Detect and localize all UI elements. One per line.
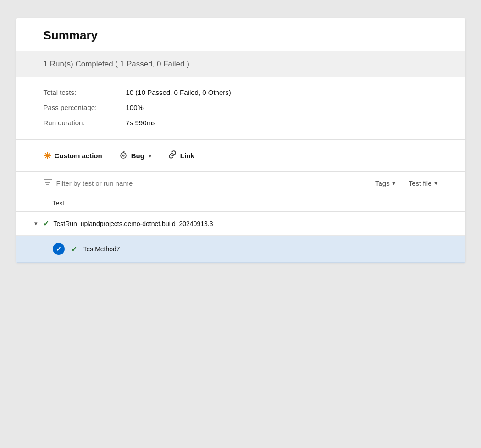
test-file-filter-button[interactable]: Test file ▾ — [409, 179, 438, 187]
svg-text:!: ! — [122, 152, 124, 157]
total-tests-label: Total tests: — [44, 88, 126, 96]
main-container: Summary 1 Run(s) Completed ( 1 Passed, 0… — [16, 18, 465, 263]
filter-icon — [44, 178, 52, 188]
link-icon — [168, 150, 177, 161]
filter-input[interactable] — [56, 179, 375, 187]
link-button[interactable]: Link — [168, 148, 194, 163]
page-title: Summary — [44, 28, 98, 42]
run-duration-row: Run duration: 7s 990ms — [44, 119, 438, 127]
test-file-label: Test file — [409, 179, 432, 187]
stats-section: Total tests: 10 (10 Passed, 0 Failed, 0 … — [16, 77, 465, 140]
runs-banner: 1 Run(s) Completed ( 1 Passed, 0 Failed … — [16, 51, 465, 77]
test-run-name: TestRun_uplandprojects.demo-dotnet.build… — [54, 220, 213, 227]
custom-action-button[interactable]: ✳ Custom action — [44, 149, 102, 162]
tags-chevron-icon: ▾ — [392, 179, 396, 187]
summary-header: Summary — [16, 18, 465, 51]
test-method-name: TestMethod7 — [83, 245, 120, 253]
total-tests-value: 10 (10 Passed, 0 Failed, 0 Others) — [126, 88, 231, 96]
run-duration-label: Run duration: — [44, 119, 126, 127]
filter-bar: Tags ▾ Test file ▾ — [16, 172, 465, 194]
bug-chevron-icon: ▾ — [149, 153, 151, 159]
tags-filter-button[interactable]: Tags ▾ — [375, 179, 396, 187]
collapse-chevron-icon[interactable]: ▾ — [34, 220, 38, 227]
column-test-header: Test — [53, 199, 65, 207]
table-header: Test — [16, 194, 465, 212]
custom-action-label: Custom action — [55, 152, 102, 160]
selected-check-icon: ✓ — [56, 245, 61, 253]
test-method-row[interactable]: ✓ ✓ TestMethod7 — [16, 236, 465, 263]
actions-toolbar: ✳ Custom action ! Bug ▾ — [16, 140, 465, 172]
asterisk-icon: ✳ — [44, 151, 51, 160]
pass-percentage-label: Pass percentage: — [44, 104, 126, 111]
bug-icon: ! — [119, 150, 128, 161]
total-tests-row: Total tests: 10 (10 Passed, 0 Failed, 0 … — [44, 88, 438, 96]
runs-completed-text: 1 Run(s) Completed ( 1 Passed, 0 Failed … — [44, 60, 189, 68]
test-run-row[interactable]: ▾ ✓ TestRun_uplandprojects.demo-dotnet.b… — [16, 212, 465, 236]
bug-button[interactable]: ! Bug ▾ — [119, 148, 151, 163]
method-pass-check-icon: ✓ — [71, 245, 77, 254]
link-label: Link — [180, 152, 194, 160]
filter-tags-group: Tags ▾ Test file ▾ — [375, 179, 438, 187]
pass-percentage-value: 100% — [126, 104, 144, 111]
run-pass-check-icon: ✓ — [43, 219, 49, 228]
run-duration-value: 7s 990ms — [126, 119, 156, 127]
bug-label: Bug — [131, 152, 144, 160]
pass-percentage-row: Pass percentage: 100% — [44, 104, 438, 111]
tags-label: Tags — [375, 179, 390, 187]
test-file-chevron-icon: ▾ — [434, 179, 438, 187]
selected-indicator: ✓ — [53, 243, 65, 255]
